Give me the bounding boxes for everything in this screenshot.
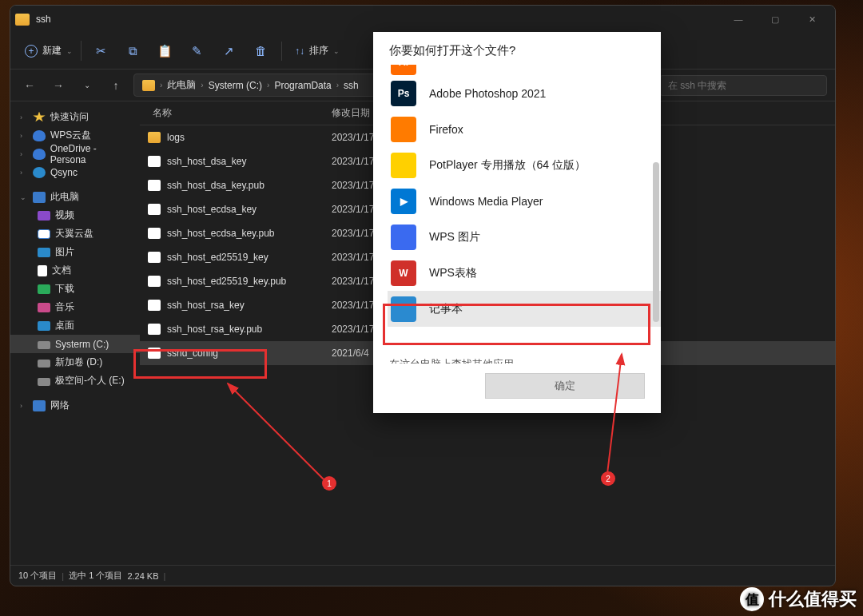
app-icon: ▶: [391, 189, 416, 214]
chevron-icon: ›: [20, 113, 28, 121]
sidebar-item-label: 图片: [55, 245, 74, 259]
app-option-WPS 图片[interactable]: WPS 图片: [388, 219, 661, 255]
sidebar-item-视频[interactable]: 视频: [10, 206, 140, 225]
sidebar-item-文档[interactable]: 文档: [10, 261, 140, 280]
sidebar-item-label: WPS云盘: [50, 129, 91, 142]
sidebar-item-label: OneDrive - Persona: [50, 143, 133, 165]
file-icon: [148, 228, 161, 239]
paste-button[interactable]: 📋: [149, 37, 181, 66]
copy-button[interactable]: ⧉: [117, 37, 149, 66]
crumb[interactable]: Systerm (C:): [209, 80, 262, 91]
sidebar-item-极空间-个人 (E:)[interactable]: 极空间-个人 (E:): [10, 372, 140, 390]
app-icon: [391, 296, 416, 322]
app-label: Adobe Photoshop 2021: [429, 87, 546, 100]
folder-icon: [148, 132, 161, 143]
app-option-WPS表格[interactable]: WWPS表格: [388, 255, 661, 291]
watermark: 值 什么值得买: [740, 587, 857, 611]
crumb[interactable]: 此电脑: [167, 78, 196, 92]
sidebar-item-label: 文档: [52, 264, 71, 277]
sidebar-item-label: Systerm (C:): [55, 339, 109, 350]
app-icon: Ps: [391, 81, 416, 106]
app-option-Adobe Photoshop 2021[interactable]: PsAdobe Photoshop 2021: [388, 75, 661, 111]
crumb[interactable]: ssh: [344, 80, 359, 91]
scrollbar[interactable]: [651, 65, 659, 351]
sidebar-item-Qsync[interactable]: ›Qsync: [10, 163, 140, 181]
open-with-dialog: 你要如何打开这个文件? AiPsAdobe Photoshop 2021Fire…: [373, 32, 661, 413]
app-option-Firefox[interactable]: Firefox: [388, 111, 661, 147]
sidebar-item-label: 视频: [55, 209, 74, 222]
cut-button[interactable]: ✂: [85, 37, 117, 66]
status-size: 2.24 KB: [127, 571, 158, 581]
app-option-Windows Media Player[interactable]: ▶Windows Media Player: [388, 183, 661, 219]
column-name[interactable]: 名称: [148, 106, 332, 120]
status-selected: 选中 1 个项目: [69, 570, 122, 582]
file-name: ssh_host_ecdsa_key.pub: [167, 228, 332, 239]
crumb[interactable]: ProgramData: [274, 80, 331, 91]
nav-forward[interactable]: →: [47, 79, 70, 92]
file-icon: [148, 180, 161, 191]
new-label: 新建: [42, 44, 62, 58]
app-label: PotPlayer 专用播放（64 位版）: [429, 158, 586, 173]
sidebar-item-label: 下载: [55, 282, 74, 296]
nav-back[interactable]: ←: [18, 79, 41, 92]
file-name: ssh_host_ed25519_key.pub: [167, 276, 332, 287]
share-button[interactable]: ↗: [213, 37, 245, 66]
sidebar-item-新加卷 (D:)[interactable]: 新加卷 (D:): [10, 353, 140, 372]
file-name: ssh_host_ed25519_key: [167, 252, 332, 263]
app-option-partial[interactable]: Ai: [388, 65, 661, 75]
drive-icon: [38, 378, 50, 386]
maximize-button[interactable]: ▢: [757, 6, 793, 33]
nav-recent[interactable]: ⌄: [76, 81, 98, 89]
sidebar-item-网络[interactable]: ›网络: [10, 396, 140, 415]
sidebar-item-label: 网络: [50, 399, 70, 412]
sidebar-item-快速访问[interactable]: ›快速访问: [10, 108, 140, 126]
sidebar-item-label: 极空间-个人 (E:): [55, 374, 125, 387]
sidebar-item-下载[interactable]: 下载: [10, 280, 140, 298]
sidebar-item-OneDrive - Persona[interactable]: ›OneDrive - Persona: [10, 145, 140, 163]
app-option-PotPlayer 专用播放（64 位版）[interactable]: PotPlayer 专用播放（64 位版）: [388, 147, 661, 183]
music-icon: [38, 303, 50, 312]
desk-icon: [38, 321, 50, 331]
app-icon: Ai: [391, 65, 416, 75]
app-icon: [391, 225, 416, 250]
sidebar-item-音乐[interactable]: 音乐: [10, 298, 140, 316]
file-date: 2023/1/17: [332, 204, 374, 215]
annotation-badge-2: 2: [601, 471, 615, 486]
file-name: ssh_host_dsa_key: [167, 156, 332, 167]
file-icon: [148, 276, 161, 287]
star-icon: [33, 112, 46, 123]
video-icon: [38, 211, 50, 221]
titlebar: ssh — ▢ ✕: [10, 6, 835, 33]
search-input[interactable]: [659, 75, 827, 96]
sidebar-item-此电脑[interactable]: ⌄此电脑: [10, 188, 140, 206]
close-button[interactable]: ✕: [793, 6, 830, 33]
sidebar-item-label: 此电脑: [50, 190, 79, 204]
file-date: 2023/1/17: [332, 156, 374, 167]
file-name: logs: [167, 132, 332, 143]
cloud-icon: [33, 130, 46, 141]
yun-icon: [38, 229, 50, 239]
new-button[interactable]: + 新建 ⌄: [17, 41, 82, 61]
minimize-button[interactable]: —: [720, 6, 757, 33]
file-name: ssh_host_rsa_key.pub: [167, 324, 332, 335]
app-option-记事本[interactable]: 记事本: [388, 291, 661, 327]
delete-button[interactable]: 🗑: [245, 37, 276, 66]
rename-button[interactable]: ✎: [181, 37, 213, 66]
file-icon: [148, 300, 161, 311]
net-icon: [33, 400, 46, 411]
nav-up[interactable]: ↑: [105, 79, 127, 92]
ok-button[interactable]: 确定: [485, 373, 645, 399]
sort-button[interactable]: ↑↓ 排序 ⌄: [287, 44, 348, 58]
annotation-badge-1: 1: [322, 476, 336, 491]
file-date: 2023/1/17: [332, 180, 374, 191]
sidebar-item-图片[interactable]: 图片: [10, 243, 140, 261]
chevron-icon: ›: [20, 150, 28, 158]
sidebar-item-天翼云盘[interactable]: 天翼云盘: [10, 225, 140, 243]
dialog-more-apps[interactable]: 在这台电脑上查找其他应用: [373, 351, 661, 364]
doc-icon: [38, 265, 47, 276]
sidebar-item-桌面[interactable]: 桌面: [10, 316, 140, 335]
file-date: 2021/6/4: [332, 348, 369, 359]
file-date: 2023/1/17: [332, 228, 374, 239]
sidebar-item-Systerm (C:)[interactable]: Systerm (C:): [10, 335, 140, 353]
file-icon: [148, 204, 161, 215]
